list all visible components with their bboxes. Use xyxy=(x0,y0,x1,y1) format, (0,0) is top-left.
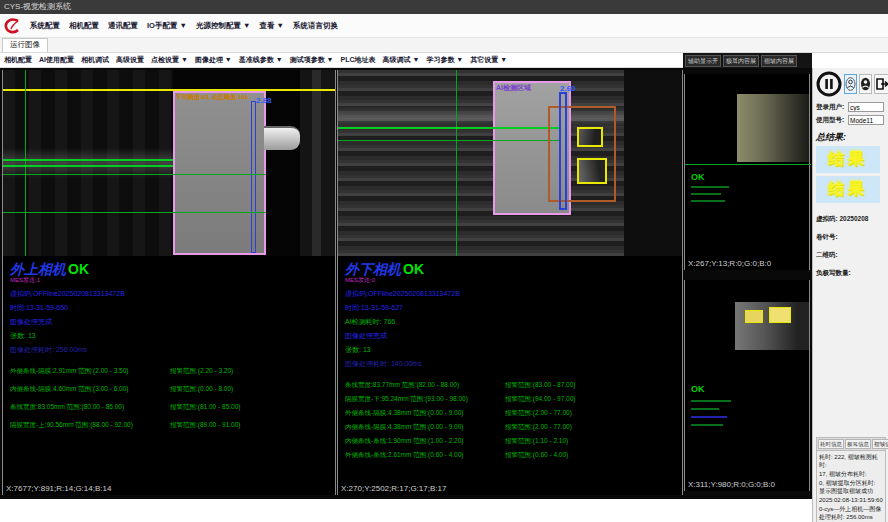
menu-comm-config[interactable]: 通讯配置 xyxy=(108,21,138,31)
window-title: CYS-视觉检测系统 xyxy=(4,2,71,11)
info-tab-elapsed[interactable]: 耗时信息 xyxy=(818,439,844,449)
mini-tabstrip: 辅助显示开 极耳内容展 褶皱内容展 xyxy=(683,53,812,68)
processing-done-line: 图像处理完成 xyxy=(10,317,333,327)
user-login-button[interactable] xyxy=(844,74,857,94)
ai-region-label: AI检测区域 xyxy=(496,83,531,93)
tool-other-settings[interactable]: 其它设置 ▼ xyxy=(470,55,507,65)
tool-baseline-params[interactable]: 基准线参数 ▼ xyxy=(239,55,283,65)
tool-test-params[interactable]: 测试项参数 ▼ xyxy=(290,55,334,65)
elapsed-line: 图像处理耗时: 256.00ms xyxy=(10,345,333,355)
toolbar-row: 相机配置 AI使用配置 相机调试 高级设置 点检设置 ▼ 图像处理 ▼ 基准线参… xyxy=(0,53,812,68)
menu-language-switch[interactable]: 系统语言切换 xyxy=(293,21,338,31)
camera-view-small-bottom[interactable]: OK X:311;Y:980;R:0;G:0;B:0 xyxy=(684,280,810,491)
mini-tab-aux-display[interactable]: 辅助显示开 xyxy=(685,55,721,67)
reference-line-green-vertical xyxy=(25,70,26,256)
app-window: CYS-视觉检测系统 系统配置 相机配置 通讯配置 IO手配置 ▼ 光源控制配置… xyxy=(0,0,888,522)
tool-camera-debug[interactable]: 相机调试 xyxy=(81,55,109,65)
menu-light-config[interactable]: 光源控制配置 ▼ xyxy=(196,21,251,31)
login-user-row: 登录用户: xyxy=(816,102,886,112)
info-tab-tab[interactable]: 极耳信息 xyxy=(845,439,871,449)
pause-icon xyxy=(816,71,842,97)
text-line-decoration xyxy=(691,408,719,410)
control-panel: 登录用户: 使用型号: 总结果: 结果 结果 虚拟码: 20250208 卷针号… xyxy=(812,68,888,522)
info-log-text: 耗时: 222, 褶皱检测耗时: 17, 褶皱分布耗时: 0, 褶皱提取分区耗时… xyxy=(817,451,885,522)
result-display-1: 结果 xyxy=(816,146,880,173)
user-filled-icon xyxy=(860,77,871,91)
total-result-label: 总结果: xyxy=(816,131,886,144)
measurement-list: 外侧条线-隔膜:2.91mm 范围:(2.00 - 3.50)报警范围:(2.2… xyxy=(10,367,333,430)
text-line-decoration xyxy=(691,424,723,426)
text-line-decoration xyxy=(691,400,731,402)
camera-view-outer-upper[interactable]: 平均阈值:93, 动态阈值:100 2.88 外上相机OK MES发送: xyxy=(2,70,336,495)
measurement-row: 条线宽度:83.77mm 范围:(82.00 - 88.00)报警范围:(83.… xyxy=(345,381,680,390)
tool-advanced-debug[interactable]: 高级调试 ▼ xyxy=(383,55,420,65)
measurement-row: 外侧条线-隔膜:4.38mm 范围:(0.00 - 9.00)报警范围:(2.0… xyxy=(345,409,680,418)
toolbar: 相机配置 AI使用配置 相机调试 高级设置 点检设置 ▼ 图像处理 ▼ 基准线参… xyxy=(0,53,683,68)
model-input[interactable] xyxy=(848,115,884,125)
control-buttons xyxy=(816,71,886,97)
camera-status-ok: OK xyxy=(403,261,424,277)
tab-run-image[interactable]: 运行图像 xyxy=(2,38,48,52)
calibration-line-yellow xyxy=(3,89,335,91)
pixel-coordinates: X:267;Y:13;R:0;G:0;B:0 xyxy=(688,259,771,268)
edge-line-green-4 xyxy=(3,212,266,213)
small-camera-image xyxy=(737,94,809,162)
measure-value-blue: 2.88 xyxy=(256,96,272,105)
measurement-row: 内侧条线-条线:1.90mm 范围:(1.00 - 2.20)报警范围:(1.1… xyxy=(345,437,680,446)
camera-view-outer-lower[interactable]: AI检测区域 2.60 外下相机OK MES发送:0 xyxy=(337,70,683,495)
metal-tab xyxy=(264,126,300,150)
menu-camera-config[interactable]: 相机配置 xyxy=(69,21,99,31)
defect-rect-yellow-1 xyxy=(745,310,763,323)
exit-button[interactable] xyxy=(874,74,888,94)
mini-tab-wrinkle-content[interactable]: 褶皱内容展 xyxy=(761,55,797,67)
tool-plc-address[interactable]: PLC地址表 xyxy=(341,55,376,65)
center-camera-image: AI检测区域 2.60 xyxy=(338,70,682,256)
measurement-row: 外侧条线-条线:2.61mm 范围:(0.60 - 4.00)报警范围:(0.6… xyxy=(345,451,680,460)
menu-io-config[interactable]: IO手配置 ▼ xyxy=(147,21,187,31)
left-result-overlay: 外上相机OK MES发送:1 虚拟码:OFFline20250208133134… xyxy=(10,260,333,439)
measurement-row: 隔膜宽度-上:90.56mm 范围:(88.00 - 92.00)报警范围:(8… xyxy=(10,421,333,430)
tool-advanced-settings[interactable]: 高级设置 xyxy=(116,55,144,65)
measurement-row: 内侧条线-隔膜:4.38mm 范围:(0.00 - 9.00)报警范围:(2.0… xyxy=(345,423,680,432)
menu-view[interactable]: 查看 ▼ xyxy=(259,21,284,31)
camera-area: 平均阈值:93, 动态阈值:100 2.88 外上相机OK MES发送: xyxy=(0,68,812,522)
elapsed-line: 图像处理耗时: 140.00ms xyxy=(345,359,680,369)
user-account-button[interactable] xyxy=(859,74,872,94)
edge-line-green-2 xyxy=(338,140,561,141)
edge-line-green-1 xyxy=(3,159,173,161)
edge-line-green-2 xyxy=(3,165,173,167)
model-row: 使用型号: xyxy=(816,115,886,125)
tool-image-processing[interactable]: 图像处理 ▼ xyxy=(195,55,232,65)
result-display-2: 结果 xyxy=(816,176,880,203)
pause-button[interactable] xyxy=(816,71,842,97)
machinery-texture-right xyxy=(624,70,682,256)
tool-learning-params[interactable]: 学习参数 ▼ xyxy=(426,55,463,65)
text-line-decoration xyxy=(691,416,727,418)
edge-line-green xyxy=(685,164,811,165)
defect-rect-yellow-1 xyxy=(577,127,603,147)
edge-line-green-1 xyxy=(338,127,561,129)
time-line: 时间:13-31-59-650 xyxy=(10,303,333,313)
tool-ai-use-config[interactable]: AI使用配置 xyxy=(39,55,74,65)
menu-system-config[interactable]: 系统配置 xyxy=(30,21,60,31)
frame-count-line: 张数: 13 xyxy=(345,345,680,355)
text-line-decoration xyxy=(691,186,729,188)
threshold-label: 平均阈值:93, 动态阈值:100 xyxy=(176,93,248,102)
app-logo-icon xyxy=(3,17,21,35)
machinery-band-right xyxy=(312,70,321,256)
reference-line-green-vertical xyxy=(456,70,457,256)
camera-view-small-top[interactable]: OK X:267;Y:13;R:0;G:0;B:0 xyxy=(684,74,810,270)
small-status-ok: OK xyxy=(691,172,705,182)
left-camera-image: 平均阈值:93, 动态阈值:100 2.88 xyxy=(3,70,335,256)
login-user-input[interactable] xyxy=(848,102,884,112)
info-tab-wrinkle[interactable]: 褶皱信息 xyxy=(872,439,888,449)
tool-camera-config[interactable]: 相机配置 xyxy=(4,55,32,65)
info-box-tabs: 耗时信息 极耳信息 褶皱信息 xyxy=(817,438,885,451)
frame-count-line: 张数: 13 xyxy=(10,331,333,341)
defect-rect-yellow-2 xyxy=(577,158,607,184)
mini-tab-tab-content[interactable]: 极耳内容展 xyxy=(723,55,759,67)
tool-spot-check[interactable]: 点检设置 ▼ xyxy=(151,55,188,65)
measurement-list: 条线宽度:83.77mm 范围:(82.00 - 88.00)报警范围:(83.… xyxy=(345,381,680,460)
camera-status-ok: OK xyxy=(68,261,89,277)
measurement-row: 内侧条线-隔膜:4.60mm 范围:(3.00 - 6.00)报警范围:(0.0… xyxy=(10,385,333,394)
